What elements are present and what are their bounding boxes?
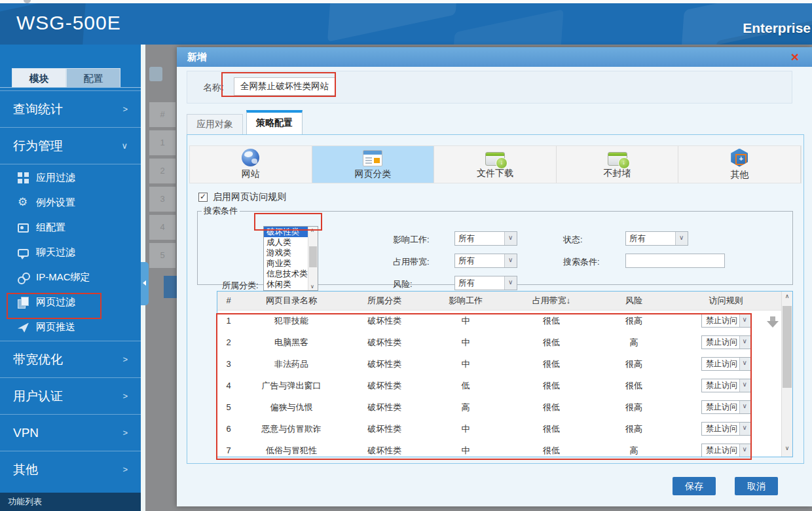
cell-bandwidth: 很低 — [506, 418, 597, 440]
listbox-scrollbar[interactable] — [308, 227, 318, 290]
table-scrollbar[interactable]: ∧ ∨ — [781, 292, 792, 457]
table-row[interactable]: 7 低俗与冒犯性 破坏性类 中 很低 高 禁止访问 — [217, 440, 781, 457]
column-header[interactable]: 访问规则 — [671, 292, 781, 310]
chevron-down-icon — [504, 276, 517, 290]
sidebar-group[interactable]: 用户认证 > — [0, 377, 141, 414]
policy-type-tab[interactable]: 其他 — [678, 146, 801, 183]
chevron-down-icon — [739, 314, 750, 327]
policy-type-tab-label: 网站 — [242, 168, 260, 180]
webpage-category-icon — [363, 150, 382, 166]
table-row[interactable]: 5 偏狭与仇恨 破坏性类 高 很低 很高 禁止访问 — [217, 396, 781, 418]
cell-risk: 很高 — [597, 396, 671, 418]
chat-icon — [18, 249, 29, 257]
access-rule-select[interactable]: 禁止访问 — [701, 335, 751, 349]
status-select[interactable]: 所有 — [625, 231, 688, 246]
sidebar-item[interactable]: 应用过滤 — [0, 165, 141, 190]
column-header[interactable]: 占用带宽↓ — [506, 292, 597, 310]
link-icon — [18, 272, 29, 283]
policy-type-tab-label: 其他 — [730, 169, 748, 181]
cancel-button[interactable]: 取消 — [735, 477, 778, 495]
move-down-icon[interactable] — [767, 316, 779, 329]
scroll-down-icon[interactable]: ∨ — [782, 445, 792, 455]
hexagon-plus-icon — [731, 149, 748, 167]
access-rule-select[interactable]: 禁止访问 — [701, 357, 751, 371]
enable-rule-row: 启用网页访问规则 — [198, 191, 286, 203]
sidebar-mode-tab[interactable]: 模块 — [12, 68, 66, 87]
save-button[interactable]: 保存 — [673, 477, 716, 495]
policy-type-tab[interactable]: 不封堵 — [557, 146, 679, 183]
sidebar-item[interactable]: 网页推送 — [0, 314, 141, 339]
sidebar-item[interactable]: 例外设置 — [0, 190, 141, 215]
modal-tab[interactable]: 策略配置 — [246, 110, 303, 134]
category-option[interactable]: 破坏性类 — [264, 227, 308, 237]
access-rule-select[interactable]: 禁止访问 — [701, 379, 751, 392]
risk-label: 风险: — [393, 278, 413, 290]
column-header[interactable]: # — [217, 292, 240, 310]
app-title: WSG-500E — [16, 12, 121, 34]
column-header[interactable]: 所属分类 — [343, 292, 426, 310]
close-icon[interactable] — [791, 48, 799, 66]
cell-bandwidth: 很低 — [506, 353, 597, 375]
sidebar-group[interactable]: 查询统计 > — [0, 91, 141, 128]
gear-icon — [18, 197, 29, 208]
risk-select[interactable]: 所有 — [454, 276, 517, 290]
sidebar-group[interactable]: 带宽优化 > — [0, 341, 141, 377]
sidebar-item[interactable]: IP-MAC绑定 — [0, 265, 141, 290]
table-row[interactable]: 3 非法药品 破坏性类 中 很低 很高 禁止访问 — [217, 353, 781, 375]
cell-bandwidth: 很低 — [506, 396, 597, 418]
category-option[interactable]: 商业类 — [264, 258, 308, 269]
category-listbox: 破坏性类 成人类 游戏类 商业类 信息技术类 休闲类 — [263, 226, 318, 291]
enable-rule-checkbox[interactable] — [198, 193, 208, 202]
column-header[interactable]: 网页目录名称 — [240, 292, 343, 310]
listbox-scroll-thumb[interactable] — [309, 246, 317, 267]
sidebar-group[interactable]: 其他 > — [0, 451, 141, 487]
access-rule-select[interactable]: 禁止访问 — [701, 444, 751, 457]
category-option[interactable]: 游戏类 — [264, 248, 308, 258]
sidebar-mode-tab[interactable]: 配置 — [66, 68, 120, 87]
category-option[interactable]: 信息技术类 — [264, 269, 308, 279]
policy-type-tab[interactable]: 网站 — [190, 146, 312, 183]
table-row[interactable]: 4 广告与弹出窗口 破坏性类 低 很低 很低 禁止访问 — [217, 375, 781, 396]
cell-category-name: 非法药品 — [240, 353, 343, 375]
chevron-down-icon — [739, 401, 750, 413]
category-table: # 网页目录名称 所属分类 影响工作 占用带宽↓ 风险 访问规则 — [217, 291, 793, 457]
name-input[interactable]: 全网禁止破坏性类网站 — [234, 77, 335, 96]
policy-type-tab[interactable]: 网页分类 — [312, 146, 435, 183]
sidebar-item[interactable]: 聊天过滤 — [0, 240, 141, 265]
chevron-down-icon — [739, 379, 750, 392]
sidebar-collapse-handle[interactable] — [141, 262, 149, 305]
access-rule-select[interactable]: 禁止访问 — [701, 422, 751, 436]
table-scroll-thumb[interactable] — [783, 306, 792, 388]
sidebar-item[interactable]: 组配置 — [0, 215, 141, 240]
modal-tabs: 应用对象 策略配置 — [187, 110, 303, 134]
scroll-up-icon[interactable]: ∧ — [782, 293, 792, 303]
sidebar-footer: 功能列表 — [0, 493, 141, 511]
status-label: 状态: — [563, 234, 583, 246]
cell-risk: 很高 — [597, 310, 671, 331]
sidebar-group[interactable]: VPN > — [0, 414, 141, 451]
table-row[interactable]: 1 犯罪技能 破坏性类 中 很低 很高 禁止访问 — [217, 310, 781, 331]
keyword-input[interactable] — [625, 254, 725, 268]
policy-type-tab[interactable]: 文件下载 — [434, 146, 557, 183]
column-header[interactable]: 影响工作 — [426, 292, 506, 310]
cell-impact: 中 — [426, 331, 506, 353]
bandwidth-select[interactable]: 所有 — [454, 254, 517, 268]
background-page-icon — [149, 67, 162, 81]
table-row[interactable]: 6 恶意与仿冒欺诈 破坏性类 中 很低 很高 禁止访问 — [217, 418, 781, 440]
cell-number: 5 — [217, 396, 240, 418]
impact-select[interactable]: 所有 — [454, 231, 517, 246]
access-rule-select[interactable]: 禁止访问 — [701, 314, 751, 328]
policy-type-tab-label: 不封堵 — [604, 168, 631, 180]
sidebar: 模块 配置 查询统计 > 行为管理 ∨ 应用过滤 例外 — [0, 45, 141, 511]
sidebar-item-label: IP-MAC绑定 — [36, 271, 90, 284]
table-row[interactable]: 2 电脑黑客 破坏性类 中 很低 高 禁止访问 — [217, 331, 781, 353]
category-option[interactable]: 休闲类 — [264, 279, 308, 290]
category-option[interactable]: 成人类 — [264, 237, 308, 248]
column-header[interactable]: 风险 — [597, 292, 671, 310]
cell-category-name: 电脑黑客 — [240, 331, 343, 353]
sidebar-item[interactable]: 网页过滤 — [0, 290, 141, 314]
access-rule-select[interactable]: 禁止访问 — [701, 400, 751, 414]
background-row-number: 3 — [149, 187, 175, 212]
sidebar-group[interactable]: 行为管理 ∨ — [0, 128, 141, 164]
modal-tab[interactable]: 应用对象 — [187, 114, 243, 134]
